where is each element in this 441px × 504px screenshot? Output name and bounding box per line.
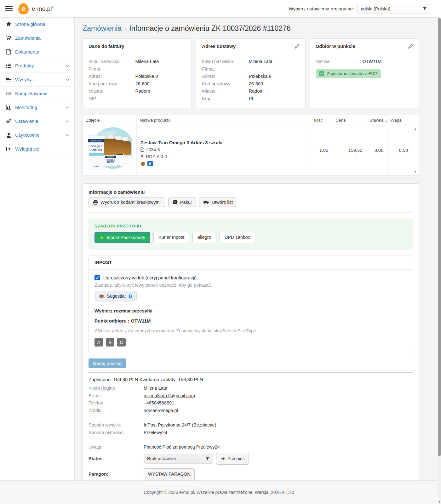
pickup-point-card: Odbiór w punkcie Nazwa:OTW11M Zsynchroni…	[310, 38, 419, 108]
inpost-panel-title: INPOST	[89, 255, 413, 270]
delivery-address-card: Adres dostawy Imię i nazwisko:Milena Łat…	[196, 38, 305, 108]
home-icon	[6, 21, 11, 27]
document-icon	[6, 49, 11, 55]
user-icon	[6, 132, 11, 138]
move-status-button[interactable]: Przenieś	[216, 453, 249, 465]
create-labels-button[interactable]: Utwórz list	[199, 198, 237, 207]
dropdown-funnel-icon	[205, 457, 209, 461]
print-barcodes-button[interactable]: Wydruk z kodami kreskowymi	[89, 198, 165, 207]
scroll-up-icon[interactable]: ▲	[412, 127, 419, 130]
chevron-down-icon	[66, 106, 69, 109]
sidebar-item-shipping[interactable]: Wysyłka	[0, 73, 74, 87]
cart-icon	[6, 35, 11, 41]
chevron-down-icon	[66, 78, 69, 81]
page-footer: Copyright © 2026 e-mo.pl. Wszelkie prawa…	[0, 480, 438, 504]
product-sku: 2034-3	[146, 147, 160, 152]
product-tax: 8,00	[366, 125, 387, 175]
order-info-card: Informacje o zamówieniu Wydruk z kodami …	[83, 183, 419, 504]
inpost-panel: INPOST Uproszczony widok (ukryj panel ko…	[89, 255, 413, 353]
issue-receipt-button[interactable]: WYSTAW PARAGON	[144, 468, 195, 480]
package-icon	[140, 161, 146, 166]
edit-pencil-icon[interactable]	[408, 44, 413, 49]
simplified-view-checkbox[interactable]: Uproszczony widok (ukryj panel konfigura…	[94, 275, 407, 280]
gear-icon	[6, 118, 11, 124]
sidebar-item-picking[interactable]: Kompletowanie	[0, 87, 74, 100]
edit-pencil-icon[interactable]	[295, 44, 300, 49]
chart-icon	[6, 105, 11, 110]
truck-icon	[203, 200, 209, 204]
col-header-weight: Waga	[387, 115, 412, 125]
printer-icon	[93, 200, 98, 205]
scroll-down-icon[interactable]: ▼	[438, 501, 441, 503]
chevron-down-icon	[66, 65, 69, 67]
sidebar-item-orders[interactable]: Zamówienia	[0, 31, 74, 45]
client-phone: +48504568891	[144, 399, 174, 407]
template-allegro-button[interactable]: allegro	[192, 232, 216, 243]
dropdown-funnel-icon	[423, 7, 427, 11]
client-email-link[interactable]: milena8lata7@gmail.com	[144, 392, 195, 400]
col-header-product-name: Nazwa produktu	[136, 115, 311, 125]
scroll-down-icon[interactable]: ▼	[412, 170, 419, 173]
template-inpost-paczkomaty-button[interactable]: ★ Inpost Paczkomaty	[94, 232, 150, 243]
status-select[interactable]: Brak ustawień	[144, 454, 213, 464]
package-icon	[99, 294, 104, 299]
invoice-data-card: Dane do faktury Imię i nazwisko:Milena Ł…	[83, 38, 192, 108]
sidebar-item-products[interactable]: Produkty	[0, 59, 74, 73]
col-header-qty: Ilość	[311, 115, 332, 125]
order-remarks: Płatność:Płać za pomocą Przelewy24	[144, 444, 220, 451]
region-select-value: polski (Polska)	[361, 6, 390, 11]
sidebar-nav: Strona główna Zamówienia Dokumenty Produ…	[0, 17, 75, 480]
product-image[interactable]: NORSAN Omega-3 ARKTIS ◂◂◂ NORSANOmega-3A…	[85, 127, 132, 174]
brand-logo[interactable]: e	[18, 2, 30, 15]
page-title: Informacje o zamówieniu ZK 10037/2026 #1…	[129, 24, 290, 32]
chevron-down-icon	[66, 134, 69, 136]
sidebar-item-documents[interactable]: Dokumenty	[0, 45, 74, 59]
table-scrollbar[interactable]: ▲ ▼	[412, 125, 419, 175]
product-box-art: NORSAN Omega-3 ARKTIS ◂◂◂	[88, 135, 105, 170]
size-a-button[interactable]: A	[94, 338, 103, 346]
status-select-value: Brak ustawień	[147, 455, 176, 463]
page-scrollbar[interactable]: ▼	[438, 17, 441, 504]
size-b-button[interactable]: B	[106, 338, 114, 346]
pickup-card-title: Odbiór w punkcie	[316, 43, 355, 49]
size-suggestion-badge: B	[147, 161, 153, 166]
pack-button[interactable]: Pakuj	[168, 198, 196, 207]
product-info-cell: Zestaw Tran Omega-3 Arktis 3 sztuki 2034…	[136, 125, 311, 175]
copyright-text: Copyright © 2026 e-mo.pl. Wszelkie prawa…	[144, 490, 294, 495]
pack-box-icon	[173, 200, 178, 204]
sidebar-item-settings[interactable]: Ustawienia	[0, 114, 74, 128]
sidebar-item-monitoring[interactable]: Monitoring	[0, 100, 74, 114]
product-name[interactable]: Zestaw Tran Omega-3 Arktis 3 sztuki	[140, 140, 307, 145]
product-weight: 0,50	[387, 125, 412, 175]
breadcrumb-orders-link[interactable]: Zamówienia	[83, 24, 122, 32]
sku-document-icon	[140, 147, 144, 152]
scrollbar-thumb[interactable]	[438, 18, 441, 456]
chevron-down-icon	[66, 120, 69, 123]
checkbox-checked-icon[interactable]	[94, 275, 100, 280]
sidebar-item-logout[interactable]: Wyloguj się	[0, 142, 74, 156]
breadcrumb-separator: ›	[122, 26, 129, 32]
send-parcel-button[interactable]: Nadaj paczkę	[89, 358, 126, 368]
sidebar-item-user[interactable]: Użytkownik	[0, 128, 74, 142]
region-select[interactable]: polski (Polska)	[357, 4, 430, 14]
template-dpd-sanbox-button[interactable]: DPD sanbox	[220, 232, 255, 243]
payment-summary: Zapłacono: 159,30 PLN Kwota do zapłaty: …	[89, 377, 413, 382]
location-pin-icon	[140, 154, 144, 159]
brand-name: e-mo.pl®	[32, 5, 54, 12]
col-header-scroll	[412, 115, 419, 125]
suggestion-badge: Sugestia: B	[94, 291, 137, 301]
menu-toggle-icon[interactable]	[5, 6, 13, 11]
size-c-button[interactable]: C	[117, 338, 126, 346]
products-table: Zdjęcie Nazwa produktu Ilość Cena Stawka…	[83, 115, 419, 175]
region-settings-label: Wybierz ustawienia regionalne:	[289, 6, 354, 11]
product-price: 159,30	[332, 125, 366, 175]
list-icon	[6, 63, 11, 69]
size-helper-text: Wybierz jeden z dostępnych rozmiarów. Zo…	[94, 328, 407, 333]
truck-icon	[6, 77, 11, 83]
sidebar-item-home[interactable]: Strona główna	[0, 17, 74, 31]
checkbox-helper-text: Zaznacz, aby ukryć lewy panel; odznacz, …	[94, 283, 407, 288]
col-header-photo: Zdjęcie	[83, 115, 136, 125]
logout-icon	[6, 146, 11, 152]
client-login: Milena Łata	[144, 385, 167, 392]
template-kurier-inpost-button[interactable]: Kurier Inpost	[153, 232, 189, 243]
